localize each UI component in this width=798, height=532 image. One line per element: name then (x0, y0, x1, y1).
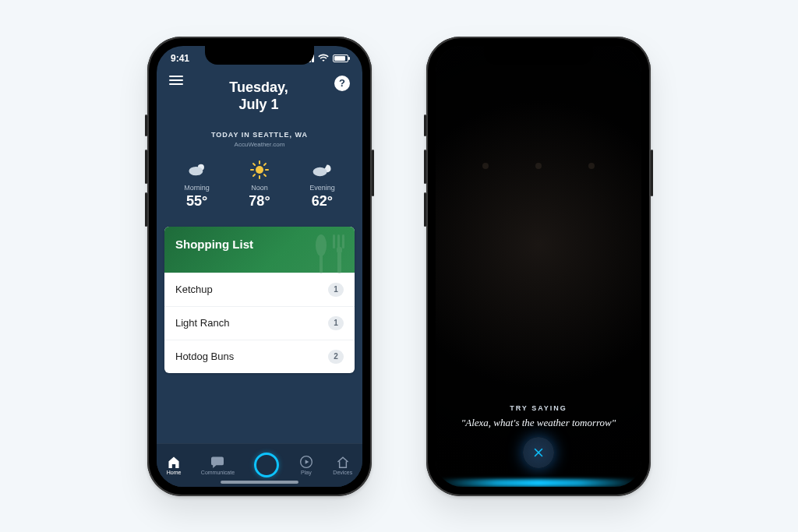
date-line-2: July 1 (183, 96, 334, 114)
utensils-icon (294, 231, 348, 275)
play-icon (299, 456, 313, 468)
alexa-ring-icon (254, 453, 279, 477)
close-button[interactable] (523, 437, 554, 468)
nav-play[interactable]: Play (299, 456, 313, 475)
svg-point-1 (189, 166, 203, 174)
item-count: 1 (328, 316, 344, 330)
weather-noon: Noon 78° (249, 160, 270, 210)
bottom-nav: Home Communicate Play Devices (157, 443, 362, 487)
weather-label: Evening (309, 184, 335, 192)
nav-label: Devices (333, 470, 352, 475)
weather-location: TODAY IN SEATTLE, WA (157, 131, 362, 139)
example-prompt: "Alexa, what's the weather tomorrow" (454, 417, 623, 429)
svg-rect-16 (342, 234, 344, 248)
svg-point-11 (313, 167, 327, 175)
svg-rect-15 (337, 234, 340, 248)
date-line-1: Tuesday, (183, 79, 334, 97)
list-item[interactable]: Hotdog Buns 2 (164, 340, 355, 373)
weather-forecast[interactable]: Morning 55° Noon 78° (157, 160, 362, 210)
nav-label: Play (301, 470, 312, 475)
svg-rect-14 (333, 234, 335, 248)
weather-label: Morning (184, 184, 210, 192)
weather-temp: 78° (249, 193, 270, 210)
card-header: Shopping List (164, 227, 355, 273)
nav-alexa[interactable] (254, 453, 279, 477)
svg-line-8 (264, 174, 266, 176)
page-title: Tuesday, July 1 (183, 76, 334, 114)
help-icon[interactable]: ? (334, 76, 350, 91)
try-saying-label: TRY SAYING (454, 404, 623, 412)
item-name: Hotdog Buns (175, 351, 234, 362)
weather-provider: AccuWeather.com (157, 141, 362, 148)
nav-label: Home (167, 470, 182, 475)
svg-line-10 (264, 164, 266, 165)
listening-indicator (436, 479, 641, 487)
svg-point-2 (256, 166, 263, 174)
weather-label: Noon (249, 184, 270, 192)
item-count: 1 (328, 283, 344, 297)
devices-icon (336, 456, 350, 468)
nav-communicate[interactable]: Communicate (201, 456, 235, 475)
weather-evening: Evening 62° (309, 160, 335, 210)
card-title: Shopping List (175, 238, 253, 251)
svg-line-7 (253, 164, 255, 165)
battery-icon (333, 55, 348, 62)
voice-prompt: TRY SAYING "Alexa, what's the weather to… (436, 404, 641, 429)
wifi-icon (318, 53, 329, 64)
phone-left: 9:41 Tuesday, July 1 ? TODAY IN SEATTLE (147, 37, 372, 496)
svg-rect-18 (337, 252, 341, 273)
notch (484, 46, 593, 65)
phone-right: TRY SAYING "Alexa, what's the weather to… (426, 37, 651, 496)
list-item[interactable]: Ketchup 1 (164, 273, 355, 306)
weather-temp: 55° (184, 193, 210, 210)
cloudy-icon (184, 160, 210, 179)
sunny-icon (249, 160, 270, 179)
list-item[interactable]: Light Ranch 1 (164, 306, 355, 340)
nav-label: Communicate (201, 470, 235, 475)
home-indicator[interactable] (221, 481, 298, 484)
weather-morning: Morning 55° (184, 160, 210, 210)
notch (205, 46, 314, 65)
nav-devices[interactable]: Devices (333, 456, 352, 475)
svg-line-9 (253, 174, 255, 176)
menu-icon[interactable] (169, 76, 183, 85)
app-home-screen: 9:41 Tuesday, July 1 ? TODAY IN SEATTLE (157, 46, 362, 487)
svg-point-12 (316, 234, 327, 256)
weather-temp: 62° (309, 193, 335, 210)
home-icon (167, 456, 181, 468)
nav-home[interactable]: Home (167, 456, 182, 475)
item-name: Ketchup (175, 284, 213, 295)
night-cloudy-icon (309, 160, 335, 179)
item-name: Light Ranch (175, 317, 229, 329)
chat-icon (210, 456, 224, 468)
item-count: 2 (328, 350, 344, 364)
svg-rect-13 (320, 253, 323, 273)
shopping-list-card[interactable]: Shopping List Ketchup 1 (164, 227, 355, 373)
close-icon (531, 446, 546, 460)
status-time: 9:41 (171, 53, 189, 64)
voice-listening-screen: TRY SAYING "Alexa, what's the weather to… (436, 46, 641, 487)
